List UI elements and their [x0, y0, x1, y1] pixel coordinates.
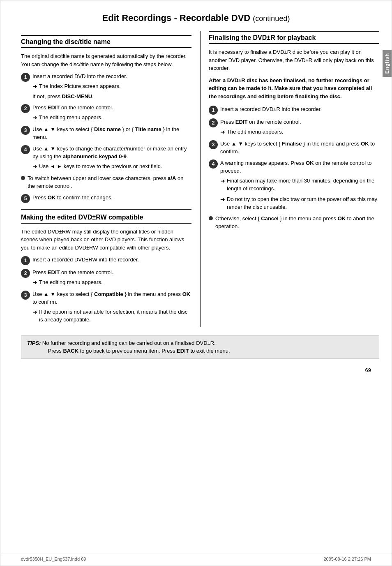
separator — [21, 209, 191, 210]
arrow-icon — [220, 195, 225, 204]
arrow-icon — [32, 308, 37, 316]
step-4-content: Use ▲ ▼ keys to change the character/num… — [32, 145, 191, 171]
step-2-arrow: The editing menu appears. — [32, 113, 191, 122]
step-2-content: Press EDIT on the remote control. The ed… — [32, 104, 191, 122]
step-3: 3 Use ▲ ▼ keys to select { Disc name } o… — [21, 125, 191, 141]
step-num-2: 2 — [21, 104, 30, 113]
compat-step-3: 3 Use ▲ ▼ keys to select { Compatible } … — [21, 290, 191, 324]
final-step-1-content: Insert a recorded DVD±R into the recorde… — [220, 105, 379, 113]
final-step-2: 2 Press EDIT on the remote control. The … — [209, 118, 379, 136]
compat-step-num-1: 1 — [21, 256, 30, 265]
content-area: Changing the disc/title name The origina… — [0, 31, 392, 327]
step-3-content: Use ▲ ▼ keys to select { Disc name } or … — [32, 125, 191, 141]
final-step-4-arrow-2: Do not try to open the disc tray or turn… — [220, 195, 379, 211]
footer-right: 2005-09-16 2:27:26 PM — [323, 557, 371, 561]
left-column: Changing the disc/title name The origina… — [21, 31, 200, 327]
step-1-arrow-1: The Index Picture screen appears. — [32, 82, 191, 91]
section-changing-intro: The original disc/title name is generate… — [21, 52, 191, 68]
english-tab: English — [383, 50, 392, 77]
section-title-finalising: Finalising the DVD±R for playback — [209, 31, 379, 44]
right-column: Finalising the DVD±R for playback It is … — [200, 31, 379, 327]
finalising-warning: After a DVD±R disc has been finalised, n… — [209, 76, 379, 101]
bullet-icon — [209, 216, 213, 220]
arrow-icon — [32, 278, 37, 287]
section-compatible: Making the edited DVD±RW compatible The … — [21, 214, 191, 324]
step-num-4: 4 — [21, 145, 30, 154]
compat-step-3-arrow: If the option is not available for selec… — [32, 308, 191, 324]
final-step-num-2: 2 — [209, 118, 218, 127]
step-1-arrow-2: If not, press DISC-MENU. — [32, 92, 191, 101]
final-step-num-3: 3 — [209, 140, 218, 149]
step-4-arrow: Use ◄ ► keys to move to the previous or … — [32, 162, 191, 171]
final-step-4-content: A warning message appears. Press OK on t… — [220, 159, 379, 211]
tips-label: TIPS: — [27, 340, 41, 346]
title-text: Edit Recordings - Recordable DVD — [102, 13, 251, 23]
footer-left: dvdr5350H_EU_Eng537.indd 69 — [21, 557, 86, 561]
compat-step-num-2: 2 — [21, 269, 30, 278]
final-step-2-content: Press EDIT on the remote control. The ed… — [220, 118, 379, 136]
final-step-num-1: 1 — [209, 106, 218, 115]
step-1: 1 Insert a recorded DVD into the recorde… — [21, 72, 191, 100]
step-num-1: 1 — [21, 73, 30, 82]
bullet-switch-content: To switch between upper and lower case c… — [28, 174, 191, 190]
arrow-icon — [220, 177, 225, 185]
page-title: Edit Recordings - Recordable DVD (contin… — [0, 13, 392, 23]
step-num-5: 5 — [21, 194, 30, 203]
page-number: 69 — [0, 367, 392, 373]
final-step-1: 1 Insert a recorded DVD±R into the recor… — [209, 105, 379, 115]
footer: dvdr5350H_EU_Eng537.indd 69 2005-09-16 2… — [0, 554, 392, 561]
step-2: 2 Press EDIT on the remote control. The … — [21, 104, 191, 122]
final-step-2-arrow: The edit menu appears. — [220, 128, 379, 136]
compat-step-3-content: Use ▲ ▼ keys to select { Compatible } in… — [32, 290, 191, 324]
bullet-cancel: Otherwise, select { Cancel } in the menu… — [209, 215, 379, 231]
arrow-icon — [32, 162, 37, 171]
final-step-3-content: Use ▲ ▼ keys to select { Finalise } in t… — [220, 140, 379, 156]
compat-step-1-content: Insert a recorded DVD±RW into the record… — [32, 256, 191, 264]
tips-text1: No further recording and editing can be … — [42, 340, 216, 346]
final-step-4-arrow-1: Finalisation may take more than 30 minut… — [220, 177, 379, 193]
section-changing-name: Changing the disc/title name The origina… — [21, 35, 191, 203]
compat-step-2-arrow: The editing menu appears. — [32, 278, 191, 287]
section-title-compatible: Making the edited DVD±RW compatible — [21, 214, 191, 224]
arrow-icon — [32, 82, 37, 91]
bullet-icon — [21, 176, 25, 180]
section-title-changing: Changing the disc/title name — [21, 35, 191, 48]
compat-step-num-3: 3 — [21, 291, 30, 300]
step-5: 5 Press OK to confirm the changes. — [21, 194, 191, 203]
bullet-cancel-content: Otherwise, select { Cancel } in the menu… — [215, 215, 379, 231]
section-finalising: Finalising the DVD±R for playback It is … — [209, 31, 379, 231]
final-step-num-4: 4 — [209, 159, 218, 169]
compat-step-2: 2 Press EDIT on the remote control. The … — [21, 268, 191, 287]
tips-box: TIPS: No further recording and editing c… — [21, 335, 379, 359]
step-4: 4 Use ▲ ▼ keys to change the character/n… — [21, 145, 191, 171]
final-step-3: 3 Use ▲ ▼ keys to select { Finalise } in… — [209, 140, 379, 156]
bullet-switch-case: To switch between upper and lower case c… — [21, 174, 191, 190]
title-suffix: (continued) — [253, 14, 290, 23]
page: Edit Recordings - Recordable DVD (contin… — [0, 0, 392, 566]
compat-step-2-content: Press EDIT on the remote control. The ed… — [32, 268, 191, 287]
arrow-icon — [32, 113, 37, 122]
section-finalising-intro: It is necessary to finalise a DVD±R disc… — [209, 48, 379, 72]
compat-step-1: 1 Insert a recorded DVD±RW into the reco… — [21, 256, 191, 265]
step-1-content: Insert a recorded DVD into the recorder.… — [32, 72, 191, 100]
step-5-content: Press OK to confirm the changes. — [32, 194, 191, 202]
final-step-4: 4 A warning message appears. Press OK on… — [209, 159, 379, 211]
section-compatible-intro: The edited DVD±RW may still display the … — [21, 228, 191, 252]
arrow-icon — [220, 128, 225, 136]
step-num-3: 3 — [21, 126, 30, 135]
